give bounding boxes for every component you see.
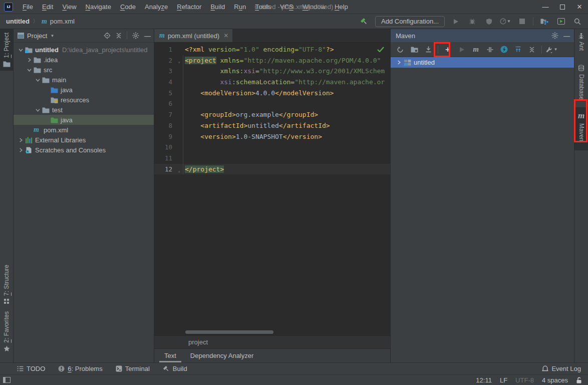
event-log-button[interactable]: Event Log (542, 365, 581, 372)
tree-item-java[interactable]: java (14, 115, 154, 125)
maven-collapse-all-button[interactable] (525, 44, 538, 56)
code-line-2[interactable]: 2▿<project xmlns="http://maven.apache.or… (154, 55, 390, 66)
maven-project-untitled[interactable]: muntitled (391, 57, 574, 68)
toolwindow-button-6-problems[interactable]: 6: Problems (58, 365, 102, 372)
code-line-7[interactable]: 7 <groupId>org.example</groupId> (154, 109, 390, 120)
menu-help[interactable]: Help (330, 0, 353, 14)
chevron-right-icon[interactable] (25, 58, 34, 62)
left-stripe-tab-7-structure[interactable]: 7: Structure (0, 261, 13, 308)
code-line-10[interactable]: 10 (154, 142, 390, 153)
indent-setting[interactable]: 4 spaces (542, 376, 568, 384)
profiler-button[interactable]: ▼ (500, 16, 511, 27)
run-toolwindow-button[interactable] (555, 16, 566, 27)
maven-settings-gear-button[interactable] (551, 32, 558, 39)
code-line-11[interactable]: 11 (154, 153, 390, 164)
coverage-button[interactable] (483, 16, 494, 27)
locate-file-button[interactable] (104, 32, 111, 39)
maven-skip-tests-button[interactable] (497, 44, 510, 56)
tree-item--idea[interactable]: .idea (14, 55, 154, 65)
tree-item-resources[interactable]: resources (14, 95, 154, 105)
code-line-4[interactable]: 4 xsi:schemaLocation="http://maven.apach… (154, 77, 390, 88)
code-editor[interactable]: 1<?xml version="1.0" encoding="UTF-8"?>2… (154, 43, 390, 329)
close-button[interactable]: ✕ (571, 0, 588, 14)
close-tab-icon[interactable]: ✕ (223, 32, 228, 39)
editor-view-tab-dependency-analyzer[interactable]: Dependency Analyzer (183, 349, 260, 362)
caret-position[interactable]: 12:11 (476, 376, 492, 384)
build-hammer-button[interactable] (359, 16, 370, 27)
breadcrumb-project[interactable]: untitled (6, 18, 30, 25)
toolwindow-toggle-icon[interactable] (3, 377, 11, 383)
right-stripe-tab-maven[interactable]: mMaven (574, 107, 588, 150)
chevron-down-icon[interactable] (25, 68, 34, 72)
menu-analyze[interactable]: Analyze (140, 0, 172, 14)
project-view-caret-icon[interactable]: ▼ (50, 34, 54, 38)
menu-run[interactable]: Run (229, 0, 250, 14)
hide-panel-button[interactable]: — (563, 32, 570, 40)
tree-item-src[interactable]: src (14, 65, 154, 75)
maven-add-button[interactable]: + (441, 44, 454, 56)
code-line-5[interactable]: 5 <modelVersion>4.0.0</modelVersion> (154, 88, 390, 99)
menu-refactor[interactable]: Refactor (172, 0, 206, 14)
toolwindow-button-todo[interactable]: TODO (17, 365, 45, 372)
tree-item-test[interactable]: test (14, 105, 154, 115)
minimize-button[interactable]: — (537, 0, 554, 14)
debug-button[interactable] (467, 16, 478, 27)
menu-tools[interactable]: Tools (250, 0, 275, 14)
chevron-down-icon[interactable] (17, 48, 25, 52)
menu-build[interactable]: Build (206, 0, 229, 14)
search-everywhere-button[interactable] (572, 16, 583, 27)
breadcrumb-file[interactable]: pom.xml (50, 18, 75, 25)
code-line-8[interactable]: 8 <artifactId>untitled</artifactId> (154, 120, 390, 131)
maven-settings-button[interactable]: ▼ (545, 44, 558, 56)
breadcrumb-tag[interactable]: project (188, 338, 208, 346)
scrollbar-thumb[interactable] (185, 330, 273, 334)
menu-window[interactable]: Window (298, 0, 330, 14)
menu-file[interactable]: File (18, 0, 38, 14)
tree-item-main[interactable]: main (14, 75, 154, 85)
toolwindow-button-build[interactable]: Build (163, 365, 187, 372)
tree-item-java[interactable]: java (14, 85, 154, 95)
right-stripe-tab-ant[interactable]: Ant (574, 29, 588, 54)
code-line-6[interactable]: 6 (154, 98, 390, 109)
menu-vcs[interactable]: VCS (275, 0, 298, 14)
code-line-12[interactable]: 12▵</project> (154, 164, 390, 175)
collapse-all-button[interactable] (116, 33, 122, 39)
tree-item-pom-xml[interactable]: mpom.xml (14, 125, 154, 135)
editor-view-tab-text[interactable]: Text (157, 349, 183, 362)
chevron-right-icon[interactable] (395, 60, 403, 65)
maven-reimport-button[interactable] (394, 44, 407, 56)
project-structure-button[interactable] (539, 16, 550, 27)
inspection-ok-icon[interactable] (377, 47, 384, 52)
project-panel-title[interactable]: Project (27, 32, 47, 40)
fold-marker-icon[interactable]: ▵ (172, 164, 183, 175)
line-separator[interactable]: LF (500, 376, 507, 384)
maven-run-button[interactable] (455, 44, 468, 56)
editor-tab-pom[interactable]: m pom.xml (untitled) ✕ (154, 29, 232, 42)
tree-item-scratches-and-consoles[interactable]: Scratches and Consoles (14, 145, 154, 155)
chevron-right-icon[interactable] (17, 148, 25, 152)
maven-download-sources-button[interactable] (422, 44, 435, 56)
fold-marker-icon[interactable]: ▿ (172, 55, 183, 66)
menu-code[interactable]: Code (116, 0, 140, 14)
maven-generate-sources-button[interactable] (408, 44, 421, 56)
run-button[interactable] (450, 16, 461, 27)
code-line-9[interactable]: 9 <version>1.0-SNAPSHOT</version> (154, 131, 390, 142)
right-stripe-tab-database[interactable]: Database (574, 61, 588, 103)
editor-breadcrumb[interactable]: project (154, 335, 390, 348)
stop-button[interactable] (516, 16, 527, 27)
chevron-right-icon[interactable] (17, 138, 25, 142)
menu-edit[interactable]: Edit (38, 0, 58, 14)
horizontal-scrollbar[interactable] (154, 329, 390, 335)
code-line-1[interactable]: 1<?xml version="1.0" encoding="UTF-8"?> (154, 44, 390, 55)
tree-item-untitled[interactable]: untitledD:\idea_java_projects\untitled (14, 45, 154, 55)
readonly-toggle-icon[interactable] (576, 377, 582, 383)
chevron-down-icon[interactable] (34, 108, 42, 112)
left-stripe-tab-1-project[interactable]: 1: Project (0, 29, 13, 71)
maven-expand-all-button[interactable] (511, 44, 524, 56)
menu-navigate[interactable]: Navigate (81, 0, 116, 14)
project-settings-button[interactable] (132, 32, 139, 39)
add-configuration-button[interactable]: Add Configuration... (375, 16, 445, 27)
code-line-3[interactable]: 3 xmlns:xsi="http://www.w3.org/2001/XMLS… (154, 66, 390, 77)
menu-view[interactable]: View (58, 0, 81, 14)
maven-execute-goal-button[interactable]: m (469, 44, 482, 56)
